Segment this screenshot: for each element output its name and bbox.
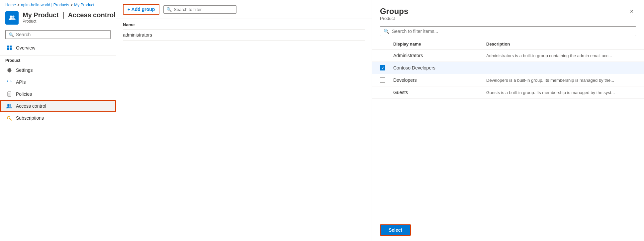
search-icon: 🔍 bbox=[9, 32, 14, 37]
panel-cell-desc: Administrators is a built-in group conta… bbox=[486, 53, 636, 58]
resource-header: My Product | Access control Product ··· bbox=[0, 9, 116, 29]
sidebar-item-policies[interactable]: Policies bbox=[0, 88, 116, 100]
gear-icon bbox=[6, 67, 13, 73]
page-title: My Product | Access control bbox=[23, 11, 116, 19]
panel-close-button[interactable]: × bbox=[627, 7, 636, 16]
panel-cell-name: Contoso Developers bbox=[393, 65, 486, 70]
sidebar-item-apis[interactable]: APIs bbox=[0, 76, 116, 88]
panel-search-box: 🔍 bbox=[380, 26, 636, 36]
panel-col-display-name: Display name bbox=[393, 42, 486, 47]
svg-point-11 bbox=[9, 104, 11, 106]
svg-point-0 bbox=[10, 16, 12, 18]
panel-cell-name: Guests bbox=[393, 90, 486, 95]
svg-point-1 bbox=[12, 16, 15, 18]
apis-icon bbox=[6, 79, 13, 85]
sidebar-item-label: Subscriptions bbox=[16, 115, 44, 121]
panel-title-block: Groups Product bbox=[380, 7, 408, 21]
avatar bbox=[5, 11, 19, 25]
breadcrumb-sep2: > bbox=[70, 3, 73, 7]
panel-row-guests[interactable]: Guests Guests is a built-in group. Its m… bbox=[372, 86, 644, 99]
filter-search-icon: 🔍 bbox=[166, 7, 172, 12]
svg-point-12 bbox=[7, 116, 10, 119]
main-toolbar: + Add group 🔍 bbox=[116, 0, 372, 19]
sidebar-item-label: Overview bbox=[16, 45, 35, 51]
breadcrumb-sep1: > bbox=[17, 3, 20, 7]
panel-cell-name: Administrators bbox=[393, 53, 486, 58]
panel-search-icon: 🔍 bbox=[384, 29, 389, 34]
grid-icon bbox=[6, 45, 13, 51]
panel-row-developers[interactable]: Developers Developers is a built-in grou… bbox=[372, 74, 644, 86]
panel-footer: Select bbox=[372, 219, 644, 241]
sidebar: Home > apim-hello-world | Products > My … bbox=[0, 0, 116, 241]
policies-icon bbox=[6, 91, 13, 97]
table-row[interactable]: administrators bbox=[123, 30, 365, 41]
checkbox-guests[interactable] bbox=[380, 90, 385, 95]
panel-cell-desc: Guests is a built-in group. Its membersh… bbox=[486, 90, 636, 95]
panel-col-description: Description bbox=[486, 42, 636, 47]
checkbox-developers[interactable] bbox=[380, 77, 385, 83]
sidebar-item-label: APIs bbox=[16, 79, 26, 85]
sidebar-item-label: Settings bbox=[16, 67, 33, 73]
key-icon bbox=[6, 115, 13, 121]
sidebar-item-overview[interactable]: Overview bbox=[0, 42, 116, 54]
sidebar-search-box: 🔍 bbox=[5, 30, 111, 39]
breadcrumb: Home > apim-hello-world | Products > My … bbox=[0, 0, 116, 9]
people-icon bbox=[6, 103, 13, 109]
panel-cell-name: Developers bbox=[393, 77, 486, 83]
checkbox-administrators[interactable] bbox=[380, 53, 385, 58]
table-cell-name: administrators bbox=[123, 32, 136, 38]
panel-table-header: Display name Description bbox=[372, 39, 644, 50]
breadcrumb-home[interactable]: Home bbox=[5, 3, 16, 7]
panel-row-contoso-developers[interactable]: Contoso Developers bbox=[372, 62, 644, 74]
table-col-name: Name bbox=[123, 22, 136, 27]
add-group-button[interactable]: + Add group bbox=[123, 4, 159, 15]
svg-rect-5 bbox=[10, 48, 12, 50]
panel-col-checkbox bbox=[380, 42, 393, 47]
main-filter-search: 🔍 bbox=[163, 5, 236, 14]
panel-subtitle: Product bbox=[380, 16, 408, 21]
checkbox-contoso-developers[interactable] bbox=[380, 65, 385, 70]
panel-header: Groups Product × bbox=[372, 0, 644, 24]
breadcrumb-service[interactable]: apim-hello-world | Products bbox=[21, 3, 69, 7]
svg-rect-3 bbox=[10, 46, 12, 48]
sidebar-item-settings[interactable]: Settings bbox=[0, 64, 116, 76]
sidebar-item-access-control[interactable]: Access control bbox=[0, 100, 116, 112]
main-content: + Add group 🔍 Name administrators bbox=[116, 0, 372, 241]
sidebar-section-product: Product bbox=[0, 55, 116, 64]
resource-title-block: My Product | Access control Product bbox=[23, 11, 116, 24]
select-button[interactable]: Select bbox=[380, 224, 411, 236]
sidebar-item-label: Access control bbox=[16, 103, 46, 109]
search-input[interactable] bbox=[16, 32, 107, 37]
svg-line-13 bbox=[10, 119, 12, 121]
panel-search-input[interactable] bbox=[392, 29, 632, 34]
resource-subtitle: Product bbox=[23, 19, 116, 24]
groups-panel: Groups Product × 🔍 Display name Descript… bbox=[372, 0, 644, 241]
main-table-area: Name administrators bbox=[116, 19, 372, 241]
breadcrumb-product[interactable]: My Product bbox=[74, 3, 94, 7]
svg-rect-4 bbox=[7, 48, 9, 50]
sidebar-item-label: Policies bbox=[16, 91, 32, 97]
panel-title: Groups bbox=[380, 7, 408, 16]
svg-rect-2 bbox=[7, 46, 9, 48]
sidebar-item-subscriptions[interactable]: Subscriptions bbox=[0, 112, 116, 124]
panel-spacer bbox=[372, 99, 644, 219]
panel-row-administrators[interactable]: Administrators Administrators is a built… bbox=[372, 50, 644, 62]
panel-cell-desc: Developers is a built-in group. Its memb… bbox=[486, 78, 636, 83]
table-header: Name bbox=[123, 19, 365, 30]
svg-point-10 bbox=[7, 104, 9, 106]
filter-search-input[interactable] bbox=[174, 7, 233, 12]
